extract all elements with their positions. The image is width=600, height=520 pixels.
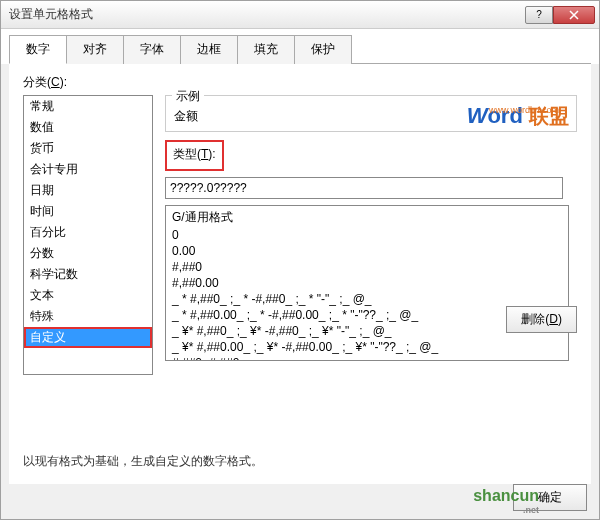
content-area: 分类(C): 常规 数值 货币 会计专用 日期 时间 百分比 分数 科学记数 文… bbox=[9, 64, 591, 484]
type-input[interactable] bbox=[165, 177, 563, 199]
category-item[interactable]: 文本 bbox=[24, 285, 152, 306]
format-item[interactable]: #,##0;-#,##0 bbox=[166, 355, 568, 361]
tab-bar: 数字 对齐 字体 边框 填充 保护 bbox=[1, 29, 599, 64]
tab-number[interactable]: 数字 bbox=[9, 35, 67, 64]
category-item[interactable]: 常规 bbox=[24, 96, 152, 117]
category-list[interactable]: 常规 数值 货币 会计专用 日期 时间 百分比 分数 科学记数 文本 特殊 自定… bbox=[23, 95, 153, 375]
ok-button[interactable]: 确定 bbox=[513, 484, 587, 511]
delete-button[interactable]: 删除(D) bbox=[506, 306, 577, 333]
titlebar-buttons: ? bbox=[525, 6, 595, 24]
category-item[interactable]: 百分比 bbox=[24, 222, 152, 243]
format-item[interactable]: #,##0.00 bbox=[166, 275, 568, 291]
sample-label: 示例 bbox=[172, 88, 204, 105]
type-section: 类型(T): bbox=[165, 140, 224, 171]
category-item[interactable]: 特殊 bbox=[24, 306, 152, 327]
category-item[interactable]: 数值 bbox=[24, 117, 152, 138]
format-item[interactable]: _ * #,##0_ ;_ * -#,##0_ ;_ * "-"_ ;_ @_ bbox=[166, 291, 568, 307]
formats-list[interactable]: G/通用格式 0 0.00 #,##0 #,##0.00 _ * #,##0_ … bbox=[165, 205, 569, 361]
format-item[interactable]: G/通用格式 bbox=[166, 208, 568, 227]
hint-text: 以现有格式为基础，生成自定义的数字格式。 bbox=[23, 453, 263, 470]
category-item[interactable]: 货币 bbox=[24, 138, 152, 159]
tab-border[interactable]: 边框 bbox=[180, 35, 238, 64]
category-item[interactable]: 分数 bbox=[24, 243, 152, 264]
footer: 确定 bbox=[513, 484, 587, 511]
tab-protection[interactable]: 保护 bbox=[294, 35, 352, 64]
tab-font[interactable]: 字体 bbox=[123, 35, 181, 64]
category-item-custom[interactable]: 自定义 bbox=[24, 327, 152, 348]
type-label: 类型(T): bbox=[173, 146, 216, 163]
sample-value: 金额 bbox=[174, 108, 568, 125]
window-title: 设置单元格格式 bbox=[5, 6, 525, 23]
help-button[interactable]: ? bbox=[525, 6, 553, 24]
tab-fill[interactable]: 填充 bbox=[237, 35, 295, 64]
category-item[interactable]: 会计专用 bbox=[24, 159, 152, 180]
format-item[interactable]: 0 bbox=[166, 227, 568, 243]
category-item[interactable]: 日期 bbox=[24, 180, 152, 201]
format-item[interactable]: _ ¥* #,##0.00_ ;_ ¥* -#,##0.00_ ;_ ¥* "-… bbox=[166, 339, 568, 355]
category-label: 分类(C): bbox=[23, 74, 577, 91]
format-item[interactable]: 0.00 bbox=[166, 243, 568, 259]
close-button[interactable] bbox=[553, 6, 595, 24]
dialog-window: 设置单元格格式 ? 数字 对齐 字体 边框 填充 保护 分类(C): 常规 数值… bbox=[0, 0, 600, 520]
category-item[interactable]: 时间 bbox=[24, 201, 152, 222]
sample-box: 示例 金额 bbox=[165, 95, 577, 132]
right-panel: www.wordlm.com Word 联盟 示例 金额 类型(T): G/通用 bbox=[165, 95, 577, 375]
category-item[interactable]: 科学记数 bbox=[24, 264, 152, 285]
tab-alignment[interactable]: 对齐 bbox=[66, 35, 124, 64]
close-icon bbox=[569, 10, 579, 20]
format-item[interactable]: #,##0 bbox=[166, 259, 568, 275]
titlebar: 设置单元格格式 ? bbox=[1, 1, 599, 29]
